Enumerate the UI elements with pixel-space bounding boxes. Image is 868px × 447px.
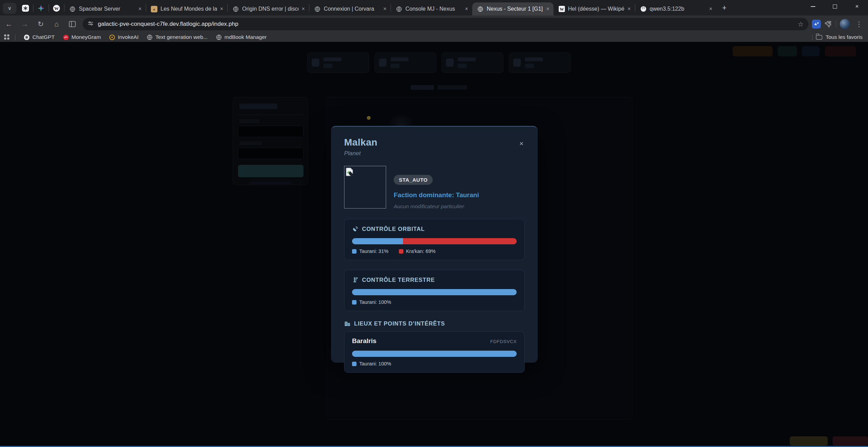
- stat-card-placeholder: [307, 52, 369, 73]
- browser-toolbar: ← → ↻ ⌂ galactic-pve-conquest-c7fe.dev.f…: [0, 15, 868, 33]
- tab-neuf-mondes[interactable]: Les Neuf Mondes de la Mythol... ×: [146, 2, 227, 15]
- ollama-icon: [640, 6, 647, 12]
- bookmark-invokeai[interactable]: InvokeAI: [109, 34, 138, 40]
- bookmark-label: mdBook Manager: [225, 34, 267, 40]
- input-placeholder[interactable]: [238, 148, 303, 159]
- globe-icon: [69, 6, 76, 12]
- breadcrumb-placeholder: [411, 85, 434, 90]
- tab-close-icon[interactable]: ×: [628, 6, 631, 12]
- section-heading-label: CONTRÔLE ORBITAL: [362, 226, 425, 232]
- header-pill-placeholder[interactable]: [733, 46, 773, 56]
- legend-label: Taurani: 100%: [359, 299, 391, 305]
- tab-nexus-secteur-active[interactable]: Nexus - Secteur 1 [G1] ×: [472, 2, 554, 15]
- window-maximize-button[interactable]: [824, 0, 846, 13]
- page-image-icon: [151, 6, 157, 12]
- pinned-tab-wordpress[interactable]: W: [49, 2, 64, 14]
- tab-hel-wikipedia[interactable]: W Hel (déesse) — Wikipédia ×: [554, 2, 635, 15]
- tab-qwen[interactable]: qwen3.5:122b ×: [635, 2, 716, 15]
- ground-legend: Taurani: 100%: [352, 299, 517, 305]
- tab-close-icon[interactable]: ×: [546, 6, 549, 12]
- legend-swatch: [352, 300, 356, 305]
- stat-card-placeholder: [442, 52, 504, 73]
- site-settings-icon[interactable]: [87, 20, 94, 28]
- tab-console-mj[interactable]: Console MJ - Nexus ×: [391, 2, 472, 15]
- globe-icon: [232, 6, 239, 12]
- input-placeholder[interactable]: [238, 126, 303, 137]
- modal-title: Malkan: [344, 137, 525, 148]
- bookmark-star-icon[interactable]: ☆: [798, 20, 804, 28]
- home-icon[interactable]: ⌂: [50, 17, 63, 31]
- bookmarks-separator: [812, 34, 813, 40]
- ground-control-card: CONTRÔLE TERRESTRE Taurani: 100%: [344, 270, 525, 311]
- tab-close-icon[interactable]: ×: [302, 6, 305, 12]
- poi-name-row: Baralris FDFDSVCX: [352, 337, 517, 345]
- buildings-icon: [344, 320, 351, 327]
- window-minimize-button[interactable]: [802, 0, 824, 13]
- all-bookmarks-label: Tous les favoris: [826, 34, 862, 40]
- tab-close-icon[interactable]: ×: [220, 6, 223, 12]
- extension-blue-icon[interactable]: [812, 20, 821, 29]
- apps-grid-icon[interactable]: [4, 34, 10, 40]
- orbital-control-heading: CONTRÔLE ORBITAL: [352, 226, 517, 232]
- tab-origin-dns-error[interactable]: Origin DNS error | discord-like... ×: [228, 2, 309, 15]
- url-text[interactable]: galactic-pve-conquest-c7fe.dev.flatlogic…: [98, 21, 794, 28]
- tab-spacebar-server[interactable]: Spacebar Server ×: [64, 2, 146, 15]
- globe-icon: [314, 6, 321, 12]
- planet-profile-info: STA_AUTO Faction dominante: Taurani Aucu…: [394, 166, 479, 210]
- header-pill-placeholder[interactable]: [802, 46, 820, 56]
- tab-title: Hel (déesse) — Wikipédia: [568, 6, 624, 12]
- all-bookmarks[interactable]: Tous les favoris: [812, 34, 862, 40]
- bookmark-moneygram[interactable]: MoneyGram: [63, 34, 101, 40]
- poi-legend: Taurani: 100%: [352, 361, 517, 366]
- bar-segment-taurani: [352, 351, 517, 357]
- tab-close-icon[interactable]: ×: [709, 6, 712, 12]
- poi-control-bar: [352, 351, 517, 357]
- menu-kebab-icon[interactable]: ⋮: [854, 20, 865, 28]
- new-tab-button[interactable]: +: [719, 2, 730, 14]
- submit-button-placeholder[interactable]: [238, 165, 303, 177]
- window-controls: ×: [802, 0, 868, 13]
- broken-image-icon: [346, 168, 353, 176]
- reload-icon[interactable]: ↻: [34, 17, 48, 31]
- tab-title: Les Neuf Mondes de la Mythol...: [161, 6, 217, 12]
- back-icon[interactable]: ←: [2, 17, 16, 31]
- bookmark-chatgpt[interactable]: ChatGPT: [24, 34, 55, 40]
- ground-control-bar: [352, 289, 517, 295]
- orbital-control-bar: [352, 238, 517, 244]
- header-pill-placeholder[interactable]: [778, 46, 797, 56]
- side-panel-icon[interactable]: [65, 17, 79, 31]
- wikipedia-icon: W: [558, 6, 565, 12]
- profile-avatar[interactable]: [840, 19, 850, 29]
- legend-label: Kra'kan: 69%: [406, 248, 436, 254]
- tab-close-icon[interactable]: ×: [138, 6, 142, 12]
- tab-close-icon[interactable]: ×: [465, 6, 468, 12]
- globe-icon: [147, 34, 153, 40]
- map-yellow-dot[interactable]: [367, 116, 371, 120]
- bookmark-label: ChatGPT: [32, 34, 55, 40]
- section-heading-label: LIEUX ET POINTS D’INTÉRÊTS: [354, 320, 445, 327]
- pinned-tab-gemini[interactable]: [33, 2, 49, 14]
- forward-icon[interactable]: →: [18, 17, 32, 31]
- bookmark-mdbook[interactable]: mdBook Manager: [216, 34, 267, 40]
- legend-swatch: [352, 249, 356, 254]
- tab-title: Console MJ - Nexus: [405, 6, 462, 12]
- modal-subtitle: Planet: [344, 150, 525, 157]
- link-placeholder[interactable]: [250, 181, 292, 185]
- header-pill-placeholder[interactable]: [825, 46, 856, 56]
- corner-button-placeholder[interactable]: [833, 436, 868, 446]
- tab-close-icon[interactable]: ×: [383, 6, 386, 12]
- extensions-puzzle-icon[interactable]: [824, 20, 833, 28]
- tab-search-button[interactable]: ∨: [3, 3, 17, 14]
- tab-title: Spacebar Server: [79, 6, 135, 12]
- bar-segment-taurani: [352, 238, 403, 244]
- corner-button-placeholder[interactable]: [790, 436, 828, 446]
- gemini-icon: [38, 5, 44, 12]
- orbital-legend: Taurani: 31% Kra'kan: 69%: [352, 248, 517, 254]
- bookmark-textgen[interactable]: Text generation web...: [147, 34, 208, 40]
- wordpress-icon: W: [53, 4, 60, 12]
- close-icon[interactable]: ×: [516, 138, 527, 149]
- address-bar[interactable]: galactic-pve-conquest-c7fe.dev.flatlogic…: [83, 18, 808, 30]
- pinned-tab-chatgpt[interactable]: [18, 2, 33, 14]
- tab-connexion-corvara[interactable]: Connexion | Corvara ×: [309, 2, 391, 15]
- window-close-button[interactable]: ×: [846, 0, 868, 13]
